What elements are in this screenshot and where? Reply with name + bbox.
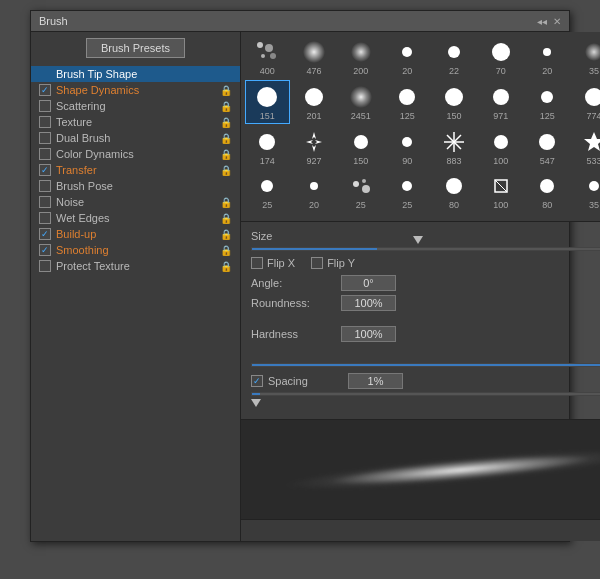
brush-tip-200[interactable]: 200 (338, 36, 383, 78)
size-slider-area (251, 247, 600, 251)
sidebar-item-dual-brush[interactable]: Dual Brush 🔒 (31, 130, 240, 146)
svg-point-19 (585, 88, 600, 106)
roundness-row: Roundness: 100% (251, 295, 596, 311)
wet-edges-checkbox[interactable] (39, 212, 51, 224)
size-slider[interactable] (251, 247, 600, 251)
brush-tip-174[interactable]: 174 (245, 126, 290, 168)
brush-tip-90[interactable]: 90 (385, 126, 430, 168)
brush-tip-201[interactable]: 201 (292, 80, 337, 124)
build-up-checkbox[interactable] (39, 228, 51, 240)
brush-tip-533[interactable]: 533 (572, 126, 600, 168)
brush-tip-547[interactable]: 547 (525, 126, 570, 168)
shape-dynamics-lock: 🔒 (220, 85, 232, 96)
brush-icon-round2 (487, 38, 515, 66)
brush-icon-round13 (533, 128, 561, 156)
texture-lock: 🔒 (220, 117, 232, 128)
sidebar-item-build-up[interactable]: Build-up 🔒 (31, 226, 240, 242)
brush-tip-971[interactable]: 971 (478, 80, 523, 124)
spacing-label: Spacing (268, 375, 348, 387)
brush-tip-20b-num: 20 (542, 66, 552, 76)
brush-tip-35b[interactable]: 35 (572, 170, 600, 212)
spacing-value[interactable]: 1% (348, 373, 403, 389)
color-dynamics-label: Color Dynamics (56, 148, 216, 160)
roundness-value[interactable]: 100% (341, 295, 396, 311)
brush-tip-25c[interactable]: 25 (385, 170, 430, 212)
brush-tip-151[interactable]: 151 (245, 80, 290, 124)
brush-tip-22[interactable]: 22 (432, 36, 477, 78)
brush-tip-150[interactable]: 150 (432, 80, 477, 124)
angle-row: Angle: 0° (251, 275, 596, 291)
brush-tip-125a[interactable]: 125 (385, 80, 430, 124)
sidebar-item-texture[interactable]: Texture 🔒 (31, 114, 240, 130)
brush-tip-2451[interactable]: 2451 (338, 80, 383, 124)
brush-tip-533-num: 533 (586, 156, 600, 166)
hardness-value[interactable]: 100% (341, 326, 396, 342)
brush-tip-25a[interactable]: 25 (245, 170, 290, 212)
brush-tip-150b[interactable]: 150 (338, 126, 383, 168)
sidebar-item-brush-pose[interactable]: Brush Pose (31, 178, 240, 194)
spacing-checkbox[interactable] (251, 375, 263, 387)
brush-preview-stroke (241, 435, 600, 503)
collapse-icon[interactable]: ◂◂ (537, 16, 547, 27)
angle-value[interactable]: 0° (341, 275, 396, 291)
brush-tip-100a[interactable]: 100 (478, 126, 523, 168)
brush-tip-883[interactable]: 883 (432, 126, 477, 168)
left-sidebar: Brush Presets Brush Tip Shape Shape Dyna… (31, 32, 241, 541)
brush-tip-80a[interactable]: 80 (432, 170, 477, 212)
brush-tip-125b[interactable]: 125 (525, 80, 570, 124)
sidebar-item-brush-tip-shape[interactable]: Brush Tip Shape (31, 66, 240, 82)
brush-tip-400[interactable]: 400 (245, 36, 290, 78)
brush-grid: 400 476 200 (245, 36, 600, 212)
transfer-checkbox[interactable] (39, 164, 51, 176)
close-icon[interactable]: ✕ (553, 16, 561, 27)
shape-dynamics-label: Shape Dynamics (56, 84, 216, 96)
scattering-checkbox[interactable] (39, 100, 51, 112)
brush-tip-476[interactable]: 476 (292, 36, 337, 78)
protect-texture-checkbox[interactable] (39, 260, 51, 272)
flip-y-checkbox[interactable] (311, 257, 323, 269)
flip-x-item: Flip X (251, 257, 295, 269)
noise-checkbox[interactable] (39, 196, 51, 208)
svg-point-7 (448, 46, 460, 58)
sidebar-item-noise[interactable]: Noise 🔒 (31, 194, 240, 210)
brush-tip-70[interactable]: 70 (478, 36, 523, 78)
sidebar-item-shape-dynamics[interactable]: Shape Dynamics 🔒 (31, 82, 240, 98)
shape-dynamics-checkbox[interactable] (39, 84, 51, 96)
hardness-slider-fill (252, 364, 600, 366)
brush-tip-774[interactable]: 774 (572, 80, 600, 124)
scattering-label: Scattering (56, 100, 216, 112)
brush-tip-927[interactable]: 927 (292, 126, 337, 168)
spacing-slider-arrow[interactable] (251, 399, 261, 407)
spacing-slider[interactable] (251, 392, 600, 396)
texture-checkbox[interactable] (39, 116, 51, 128)
brush-icon-round16 (393, 172, 421, 200)
color-dynamics-checkbox[interactable] (39, 148, 51, 160)
brush-tip-35[interactable]: 35 (572, 36, 600, 78)
smoothing-checkbox[interactable] (39, 244, 51, 256)
brush-tip-20c[interactable]: 20 (292, 170, 337, 212)
brush-presets-button[interactable]: Brush Presets (86, 38, 185, 58)
sidebar-item-scattering[interactable]: Scattering 🔒 (31, 98, 240, 114)
brush-tip-35-num: 35 (589, 66, 599, 76)
svg-point-12 (257, 87, 277, 107)
flip-x-checkbox[interactable] (251, 257, 263, 269)
sidebar-item-transfer[interactable]: Transfer 🔒 (31, 162, 240, 178)
sidebar-item-protect-texture[interactable]: Protect Texture 🔒 (31, 258, 240, 274)
size-slider-arrow[interactable] (413, 236, 423, 244)
dual-brush-checkbox[interactable] (39, 132, 51, 144)
sidebar-item-wet-edges[interactable]: Wet Edges 🔒 (31, 210, 240, 226)
sidebar-item-smoothing[interactable]: Smoothing 🔒 (31, 242, 240, 258)
brush-icon-scatter3 (440, 128, 468, 156)
sidebar-item-color-dynamics[interactable]: Color Dynamics 🔒 (31, 146, 240, 162)
hardness-slider-container (251, 345, 600, 359)
brush-tip-100b[interactable]: 100 (478, 170, 523, 212)
brush-tip-20a[interactable]: 20 (385, 36, 430, 78)
brush-tip-971-num: 971 (493, 111, 508, 121)
hardness-slider[interactable] (251, 363, 600, 367)
brush-tip-25b[interactable]: 25 (338, 170, 383, 212)
brush-tip-80b[interactable]: 80 (525, 170, 570, 212)
brush-tip-20b[interactable]: 20 (525, 36, 570, 78)
brush-tip-883-num: 883 (446, 156, 461, 166)
brush-pose-checkbox[interactable] (39, 180, 51, 192)
svg-point-38 (446, 178, 462, 194)
